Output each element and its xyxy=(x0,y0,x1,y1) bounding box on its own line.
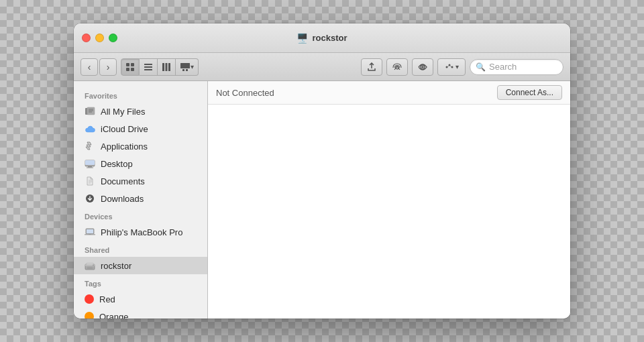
rockstor-icon xyxy=(85,260,95,271)
maximize-button[interactable] xyxy=(109,34,117,42)
status-bar: Not Connected Connect As... xyxy=(208,81,570,105)
sidebar-item-desktop[interactable]: Desktop xyxy=(74,155,207,172)
share-button[interactable] xyxy=(361,58,382,76)
window-title-icon: 🖥️ xyxy=(297,33,308,44)
svg-rect-39 xyxy=(87,263,93,265)
window-title: rockstor xyxy=(312,33,347,43)
svg-point-40 xyxy=(93,264,94,266)
svg-rect-10 xyxy=(180,63,190,68)
documents-label: Documents xyxy=(101,176,145,186)
finder-window: 🖥️ rockstor ‹ › xyxy=(74,23,570,319)
close-button[interactable] xyxy=(82,34,91,42)
traffic-lights xyxy=(82,34,117,42)
svg-rect-5 xyxy=(144,66,152,68)
svg-rect-27 xyxy=(87,168,93,168)
sidebar-item-tag-red[interactable]: Red xyxy=(74,290,207,308)
sidebar: Favorites All My Files xyxy=(74,81,208,319)
all-my-files-label: All My Files xyxy=(101,107,145,117)
svg-point-15 xyxy=(422,66,423,68)
svg-rect-7 xyxy=(162,63,164,71)
macbook-pro-label: Philip's MacBook Pro xyxy=(101,227,182,237)
search-icon: 🔍 xyxy=(476,62,486,72)
applications-icon xyxy=(85,141,95,152)
search-placeholder: Search xyxy=(489,62,517,72)
action-button[interactable]: ▾ xyxy=(437,58,466,76)
svg-rect-42 xyxy=(87,268,93,269)
desktop-icon xyxy=(85,158,95,169)
toolbar: ‹ › xyxy=(74,53,570,81)
svg-point-16 xyxy=(445,66,447,68)
svg-rect-4 xyxy=(144,64,152,65)
svg-rect-26 xyxy=(88,166,92,168)
icloud-drive-icon xyxy=(85,123,95,134)
sidebar-item-tag-orange[interactable]: Orange xyxy=(74,308,207,319)
window-title-area: 🖥️ rockstor xyxy=(297,33,347,44)
column-view-button[interactable] xyxy=(158,58,176,76)
icloud-drive-label: iCloud Drive xyxy=(101,124,148,134)
sidebar-item-macbook-pro[interactable]: Philip's MacBook Pro xyxy=(74,223,207,241)
desktop-label: Desktop xyxy=(101,159,133,169)
svg-rect-0 xyxy=(126,63,129,66)
preview-button[interactable] xyxy=(412,58,433,76)
forward-button[interactable]: › xyxy=(99,58,117,76)
red-tag-dot xyxy=(85,294,94,304)
all-my-files-icon xyxy=(85,106,95,117)
list-view-button[interactable] xyxy=(140,58,158,76)
orange-tag-dot xyxy=(85,312,94,319)
devices-header: Devices xyxy=(74,207,207,223)
svg-point-17 xyxy=(448,64,450,66)
back-button[interactable]: ‹ xyxy=(80,58,98,76)
svg-rect-3 xyxy=(131,68,134,71)
svg-rect-34 xyxy=(87,229,93,233)
orange-tag-label: Orange xyxy=(99,312,128,319)
svg-rect-8 xyxy=(166,63,168,71)
sidebar-item-applications[interactable]: Applications xyxy=(74,137,207,155)
svg-rect-9 xyxy=(168,63,170,71)
view-button-group: ▾ xyxy=(121,58,199,76)
svg-rect-36 xyxy=(89,234,91,235)
svg-rect-6 xyxy=(144,69,152,70)
sidebar-item-rockstor[interactable]: rockstor xyxy=(74,257,207,274)
rockstor-label: rockstor xyxy=(101,261,131,271)
search-box[interactable]: 🔍 Search xyxy=(470,59,564,75)
applications-label: Applications xyxy=(101,141,148,152)
shared-header: Shared xyxy=(74,241,207,257)
main-content: Not Connected Connect As... xyxy=(208,81,570,319)
documents-icon xyxy=(85,176,95,186)
connection-status: Not Connected xyxy=(216,88,274,98)
connect-as-button[interactable]: Connect As... xyxy=(497,85,562,100)
downloads-icon xyxy=(85,193,95,204)
favorites-header: Favorites xyxy=(74,87,207,103)
red-tag-label: Red xyxy=(99,294,115,304)
sidebar-item-icloud-drive[interactable]: iCloud Drive xyxy=(74,120,207,137)
content-area: Favorites All My Files xyxy=(74,81,570,319)
icon-view-button[interactable] xyxy=(121,58,140,76)
nav-buttons: ‹ › xyxy=(80,58,117,76)
svg-point-18 xyxy=(451,66,453,68)
svg-rect-12 xyxy=(186,69,188,71)
svg-rect-2 xyxy=(126,68,129,71)
svg-rect-1 xyxy=(131,63,134,66)
macbook-icon xyxy=(85,227,95,237)
svg-rect-11 xyxy=(182,69,184,71)
sidebar-item-all-my-files[interactable]: All My Files xyxy=(74,103,207,120)
tags-header: Tags xyxy=(74,274,207,290)
downloads-label: Downloads xyxy=(101,194,144,204)
minimize-button[interactable] xyxy=(95,34,104,42)
sidebar-item-documents[interactable]: Documents xyxy=(74,172,207,190)
titlebar: 🖥️ rockstor xyxy=(74,23,570,53)
svg-rect-41 xyxy=(87,267,93,268)
sidebar-item-downloads[interactable]: Downloads xyxy=(74,190,207,207)
airdrop-button[interactable] xyxy=(386,58,408,76)
gallery-view-button[interactable]: ▾ xyxy=(176,58,199,76)
svg-rect-25 xyxy=(85,160,95,165)
